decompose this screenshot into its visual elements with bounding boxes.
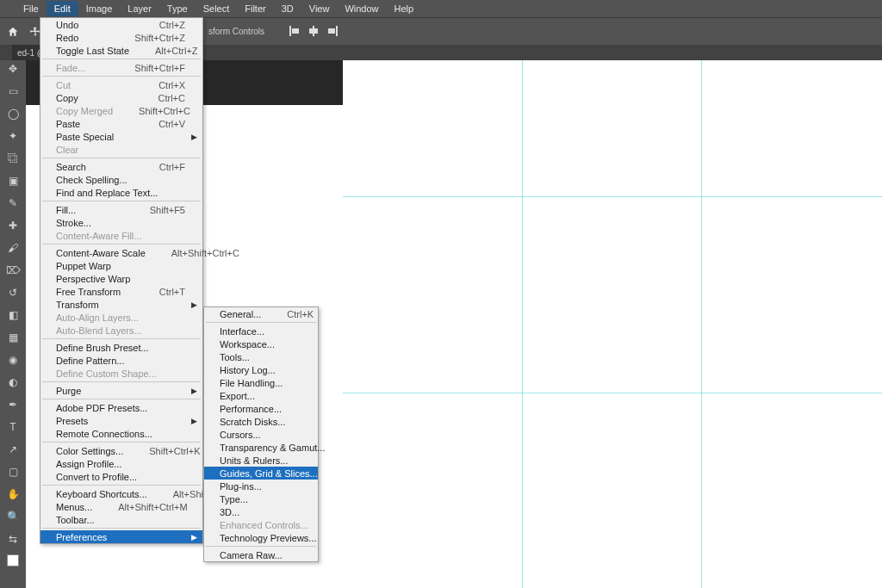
edit-menu-clear: Clear [40,143,202,156]
prefs-menu-type[interactable]: Type... [204,492,318,505]
preferences-submenu: General...Ctrl+KInterface...Workspace...… [203,306,319,562]
prefs-menu-technology-previews[interactable]: Technology Previews... [204,531,318,544]
brush-tool[interactable]: 🖌 [6,241,20,255]
edit-menu-color-settings[interactable]: Color Settings...Shift+Ctrl+K [40,444,202,457]
history-brush-tool[interactable]: ↺ [6,286,20,300]
eyedropper-tool[interactable]: ✎ [6,196,20,210]
edit-menu-stroke[interactable]: Stroke... [40,216,202,229]
menubar-item-window[interactable]: Window [337,1,386,16]
menubar-item-3d[interactable]: 3D [274,1,301,16]
menu-item-label: Copy Merged [56,106,113,116]
shape-tool[interactable]: ▢ [6,465,20,479]
edit-menu-presets[interactable]: Presets▶ [40,414,202,427]
menubar-item-select[interactable]: Select [196,1,238,16]
horizontal-guide[interactable] [343,196,882,197]
edit-menu-perspective-warp[interactable]: Perspective Warp [40,272,202,285]
stamp-tool[interactable]: ⌦ [6,263,20,277]
prefs-menu-performance[interactable]: Performance... [204,402,318,415]
align-left-icon[interactable] [289,25,301,37]
blur-tool[interactable]: ◉ [6,353,20,367]
edit-menu-content-aware-scale[interactable]: Content-Aware ScaleAlt+Shift+Ctrl+C [40,246,202,259]
edit-menu-toggle-last-state[interactable]: Toggle Last StateAlt+Ctrl+Z [40,44,202,57]
edit-menu-define-brush-preset[interactable]: Define Brush Preset... [40,341,202,354]
edit-menu-check-spelling[interactable]: Check Spelling... [40,173,202,186]
edit-menu-fill[interactable]: Fill...Shift+F5 [40,203,202,216]
menubar-item-type[interactable]: Type [159,1,196,16]
prefs-menu-history-log[interactable]: History Log... [204,363,318,376]
foreground-swatch[interactable] [7,554,19,566]
edit-menu-keyboard-shortcuts[interactable]: Keyboard Shortcuts...Alt+Shift+Ctrl+K [40,487,202,500]
hand-tool[interactable]: ✋ [6,487,20,501]
lasso-tool[interactable]: ◯ [6,107,20,121]
menubar-item-view[interactable]: View [301,1,338,16]
swap-colors-icon[interactable]: ⇆ [6,532,20,546]
menubar-item-edit[interactable]: Edit [47,1,78,16]
marquee-tool[interactable]: ▭ [6,84,20,98]
edit-menu-undo[interactable]: UndoCtrl+Z [40,18,202,31]
edit-menu-toolbar[interactable]: Toolbar... [40,513,202,526]
prefs-menu-guides-grid-slices[interactable]: Guides, Grid & Slices... [204,467,318,480]
wand-tool[interactable]: ✦ [6,129,20,143]
edit-menu-copy[interactable]: CopyCtrl+C [40,91,202,104]
edit-menu-paste-special[interactable]: Paste Special▶ [40,130,202,143]
prefs-menu-cursors[interactable]: Cursors... [204,428,318,441]
prefs-menu-3d[interactable]: 3D... [204,505,318,518]
horizontal-guide[interactable] [343,393,882,393]
edit-menu-find-and-replace-text[interactable]: Find and Replace Text... [40,186,202,199]
edit-menu-free-transform[interactable]: Free TransformCtrl+T [40,285,202,298]
dodge-tool[interactable]: ◐ [6,375,20,389]
prefs-menu-separator [206,546,316,547]
prefs-menu-file-handling[interactable]: File Handling... [204,376,318,389]
prefs-menu-transparency-gamut[interactable]: Transparency & Gamut... [204,441,318,454]
menu-item-label: Define Custom Shape... [56,368,157,379]
align-right-icon[interactable] [326,25,339,37]
prefs-menu-export[interactable]: Export... [204,389,318,402]
path-tool[interactable]: ↗ [6,443,20,456]
menubar-item-help[interactable]: Help [387,1,422,16]
edit-menu-dropdown: UndoCtrl+ZRedoShift+Ctrl+ZToggle Last St… [40,17,203,544]
edit-menu-remote-connections[interactable]: Remote Connections... [40,427,202,440]
frame-tool[interactable]: ▣ [6,174,20,188]
edit-menu-adobe-pdf-presets[interactable]: Adobe PDF Presets... [40,401,202,414]
edit-menu-define-pattern[interactable]: Define Pattern... [40,354,202,367]
gradient-tool[interactable]: ▦ [6,331,20,344]
menu-item-label: Paste Special [56,132,114,142]
edit-menu-paste[interactable]: PasteCtrl+V [40,117,202,130]
menubar-item-layer[interactable]: Layer [120,1,159,16]
edit-menu-preferences[interactable]: Preferences▶ [40,530,202,543]
prefs-menu-units-rulers[interactable]: Units & Rulers... [204,454,318,467]
prefs-menu-plug-ins[interactable]: Plug-ins... [204,480,318,492]
prefs-menu-camera-raw[interactable]: Camera Raw... [204,548,318,561]
vertical-guide[interactable] [522,0,523,588]
edit-menu-purge[interactable]: Purge▶ [40,384,202,397]
home-button[interactable] [3,22,22,41]
align-center-icon[interactable] [307,25,320,37]
menubar-item-filter[interactable]: Filter [237,1,273,16]
prefs-menu-interface[interactable]: Interface... [204,325,318,337]
prefs-menu-workspace[interactable]: Workspace... [204,337,318,350]
edit-menu-convert-to-profile[interactable]: Convert to Profile... [40,470,202,483]
zoom-tool[interactable]: 🔍 [6,510,20,523]
edit-menu-redo[interactable]: RedoShift+Ctrl+Z [40,31,202,44]
prefs-menu-general[interactable]: General...Ctrl+K [204,307,318,320]
eraser-tool[interactable]: ◧ [6,308,20,322]
prefs-menu-scratch-disks[interactable]: Scratch Disks... [204,415,318,428]
type-tool[interactable]: T [6,420,20,434]
healing-tool[interactable]: ✚ [6,219,20,232]
menu-item-shortcut: Shift+F5 [124,205,185,215]
crop-tool[interactable]: ⿻ [6,152,20,165]
canvas[interactable] [343,0,882,588]
menu-item-label: Convert to Profile... [56,472,137,482]
edit-menu-transform[interactable]: Transform▶ [40,298,202,311]
edit-menu-search[interactable]: SearchCtrl+F [40,160,202,173]
edit-menu-assign-profile[interactable]: Assign Profile... [40,457,202,470]
menubar-item-file[interactable]: File [16,1,47,16]
pen-tool[interactable]: ✒ [6,398,20,412]
vertical-guide[interactable] [701,0,702,588]
svg-rect-3 [309,28,318,34]
menubar-item-image[interactable]: Image [78,1,121,16]
edit-menu-puppet-warp[interactable]: Puppet Warp [40,259,202,272]
prefs-menu-tools[interactable]: Tools... [204,350,318,363]
edit-menu-menus[interactable]: Menus...Alt+Shift+Ctrl+M [40,500,202,513]
move-tool[interactable]: ✥ [6,62,20,76]
